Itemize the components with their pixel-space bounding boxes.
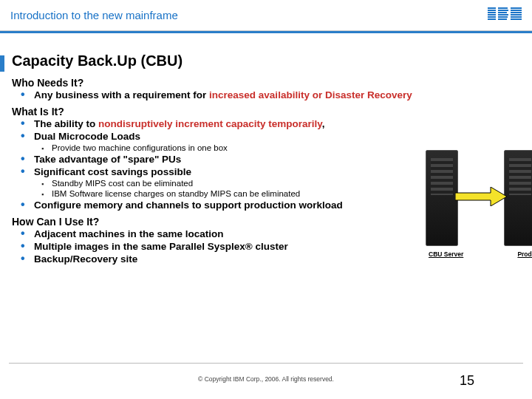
what-heading: What Is It? [12,106,520,117]
svg-rect-0 [488,7,496,9]
svg-rect-14 [511,12,522,13]
header-title: Introduction to the new mainframe [10,9,178,21]
svg-rect-4 [488,16,496,18]
svg-rect-13 [511,10,522,11]
svg-rect-9 [498,14,508,16]
what-item: Dual Microcode Loads [34,130,520,143]
slide-title: Capacity Back.Up (CBU) [12,52,520,69]
svg-rect-15 [511,14,522,16]
svg-rect-3 [488,14,496,16]
svg-rect-5 [488,18,496,20]
who-heading: Who Needs It? [12,77,520,89]
production-caption: Production Se [517,250,532,258]
ibm-logo [488,7,522,24]
cbu-server-icon [426,150,458,246]
svg-rect-1 [488,10,496,11]
svg-rect-12 [511,7,522,9]
header-bar: Introduction to the new mainframe [0,0,532,31]
arrow-icon [455,187,507,206]
svg-rect-10 [498,16,508,18]
who-item: Any business with a requirement for incr… [34,89,520,101]
page-number: 15 [460,373,474,389]
svg-rect-8 [498,12,507,13]
footer-divider [9,363,523,364]
svg-rect-2 [488,12,496,13]
what-item: The ability to nondisruptively increment… [34,117,520,130]
slide-content: Capacity Back.Up (CBU) Who Needs It? Any… [0,33,532,265]
svg-rect-16 [511,16,522,18]
svg-rect-7 [498,10,508,11]
svg-rect-17 [511,18,522,20]
svg-rect-11 [498,18,507,20]
copyright-text: © Copyright IBM Corp., 2006. All rights … [0,375,532,383]
cbu-caption: CBU Server [429,250,463,258]
svg-rect-6 [498,7,508,9]
title-accent [0,55,4,72]
production-server-icon [504,150,532,246]
server-illustration: CBU Server Production Se [426,150,532,283]
svg-marker-18 [455,187,507,206]
